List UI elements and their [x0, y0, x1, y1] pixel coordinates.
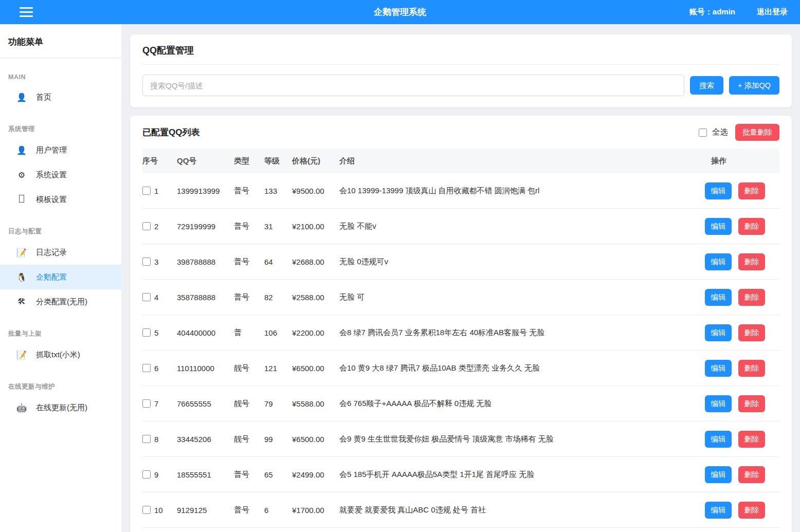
edit-button[interactable]: 编辑: [705, 218, 732, 235]
batch-delete-button[interactable]: 批量删除: [735, 124, 779, 141]
edit-button[interactable]: 编辑: [705, 253, 732, 270]
row-qq-number: 729199999: [177, 222, 234, 231]
edit-button[interactable]: 编辑: [705, 324, 732, 341]
row-checkbox[interactable]: [142, 399, 151, 408]
delete-button[interactable]: 删除: [738, 502, 765, 519]
sidebar-title: 功能菜单: [0, 24, 121, 58]
row-level: 121: [264, 364, 292, 373]
delete-button[interactable]: 删除: [738, 360, 765, 377]
row-checkbox[interactable]: [142, 222, 151, 230]
row-level: 65: [264, 470, 292, 479]
table-header-row: 序号 QQ号 类型 等级 价格(元) 介绍 操作: [142, 149, 779, 173]
row-qq-number: 358788888: [177, 293, 234, 302]
sidebar-item-label: 在线更新(无用): [36, 403, 87, 413]
sidebar-item-penguin[interactable]: 🐧企鹅配置: [0, 265, 121, 289]
select-all-label: 全选: [712, 127, 728, 138]
sidebar-section-label: MAIN: [0, 74, 121, 81]
row-qq-number: 9129125: [177, 506, 234, 515]
row-qq-number: 1399913999: [177, 187, 234, 195]
row-qq-number: 76655555: [177, 399, 234, 408]
row-checkbox[interactable]: [142, 258, 151, 266]
row-price: ¥5588.00: [292, 399, 339, 408]
sidebar-nav: MAIN👤首页系统管理👤用户管理⚙系统设置模板设置日志与配置📝日志记录🐧企鹅配置…: [0, 74, 121, 420]
delete-button[interactable]: 删除: [738, 466, 765, 483]
sidebar-item-template[interactable]: 模板设置: [0, 187, 121, 212]
logout-link[interactable]: 退出登录: [757, 7, 788, 17]
row-index: 1: [154, 187, 158, 195]
row-price: ¥2100.00: [292, 222, 339, 231]
row-type: 普号: [234, 222, 264, 231]
edit-button[interactable]: 编辑: [705, 182, 732, 199]
user-icon: 👤: [16, 145, 27, 155]
row-type: 普号: [234, 257, 264, 267]
account-label: 账号：admin: [689, 7, 735, 17]
row-index: 7: [154, 399, 158, 408]
row-checkbox[interactable]: [142, 435, 151, 443]
sidebar-section: 批量与上架📝抓取txt(小米): [0, 329, 121, 367]
row-checkbox[interactable]: [142, 470, 151, 479]
row-checkbox[interactable]: [142, 364, 151, 372]
sidebar-item-label: 模板设置: [36, 195, 67, 205]
row-description: 就要爱 就要爱我 真山ABC 0违规 处号 首社: [339, 505, 705, 515]
row-price: ¥9500.00: [292, 187, 339, 195]
main-content: QQ配置管理 搜索 + 添加QQ 已配置QQ列表 全选 批量删除 序号 Q: [121, 24, 800, 532]
sidebar-item-label: 日志记录: [36, 248, 67, 258]
table-row: 5404400000普106¥2200.00会8 绿7 腾讯会员7 业务累积18…: [142, 315, 779, 351]
sidebar-item-tools[interactable]: 🛠分类配置(无用): [0, 289, 121, 314]
search-button[interactable]: 搜索: [690, 76, 723, 95]
search-input[interactable]: [142, 75, 684, 96]
add-qq-button[interactable]: + 添加QQ: [729, 76, 779, 95]
edit-button[interactable]: 编辑: [705, 395, 732, 412]
sidebar-item-robot[interactable]: 🤖在线更新(无用): [0, 395, 121, 420]
row-level: 99: [264, 435, 292, 444]
app-title: 企鹅管理系统: [0, 6, 800, 18]
col-header-price: 价格(元): [292, 156, 339, 166]
sidebar-section-label: 系统管理: [0, 125, 121, 134]
delete-button[interactable]: 删除: [738, 218, 765, 235]
sidebar-item-user[interactable]: 👤用户管理: [0, 138, 121, 162]
edit-button[interactable]: 编辑: [705, 360, 732, 377]
sidebar-item-label: 首页: [36, 93, 51, 102]
row-description: 会8 绿7 腾讯会员7 业务累积18年左右 40标准AB客服号 无脸: [339, 328, 705, 338]
row-index: 3: [154, 258, 158, 266]
row-qq-number: 33445206: [177, 435, 234, 444]
edit-button[interactable]: 编辑: [705, 502, 732, 519]
table-row: 918555551普号65¥2499.00会5 185手机开 AAAAA极品5A…: [142, 457, 779, 492]
delete-button[interactable]: 删除: [738, 289, 765, 306]
edit-button[interactable]: 编辑: [705, 431, 732, 448]
table-row: 6110110000靓号121¥6500.00会10 黄9 大8 绿7 腾讯7 …: [142, 351, 779, 386]
row-price: ¥2688.00: [292, 258, 339, 266]
row-level: 6: [264, 506, 292, 515]
top-header: 企鹅管理系统 账号：admin 退出登录: [0, 0, 800, 24]
row-level: 106: [264, 328, 292, 337]
col-header-level: 等级: [264, 156, 292, 166]
row-checkbox[interactable]: [142, 187, 151, 195]
row-price: ¥6500.00: [292, 435, 339, 444]
sidebar-section: 日志与配置📝日志记录🐧企鹅配置🛠分类配置(无用): [0, 227, 121, 314]
delete-button[interactable]: 删除: [738, 395, 765, 412]
edit-button[interactable]: 编辑: [705, 466, 732, 483]
row-type: 靓号: [234, 434, 264, 444]
sidebar-item-log[interactable]: 📝日志记录: [0, 240, 121, 265]
row-checkbox[interactable]: [142, 506, 151, 514]
delete-button[interactable]: 删除: [738, 324, 765, 341]
row-price: ¥2588.00: [292, 293, 339, 302]
sidebar-item-gear[interactable]: ⚙系统设置: [0, 162, 121, 187]
row-index: 5: [154, 328, 158, 337]
select-all-checkbox[interactable]: [699, 129, 707, 137]
row-checkbox[interactable]: [142, 293, 151, 301]
sidebar-item-grab-txt[interactable]: 📝抓取txt(小米): [0, 342, 121, 367]
delete-button[interactable]: 删除: [738, 182, 765, 199]
sidebar-item-home[interactable]: 👤首页: [0, 85, 121, 109]
row-description: 会10 13999-13999 顶级真山 自用收藏都不错 圆润饱满 包rl: [339, 186, 705, 196]
robot-icon: 🤖: [16, 403, 27, 413]
log-icon: 📝: [16, 248, 27, 258]
delete-button[interactable]: 删除: [738, 253, 765, 270]
row-checkbox[interactable]: [142, 328, 151, 337]
table-row: 109129125普号6¥1700.00就要爱 就要爱我 真山ABC 0违规 处…: [142, 492, 779, 528]
edit-button[interactable]: 编辑: [705, 289, 732, 306]
table-row: 2729199999普号31¥2100.00无脸 不能v编辑删除: [142, 209, 779, 244]
hamburger-menu-icon[interactable]: [20, 7, 33, 17]
delete-button[interactable]: 删除: [738, 431, 765, 448]
row-type: 靓号: [234, 399, 264, 409]
